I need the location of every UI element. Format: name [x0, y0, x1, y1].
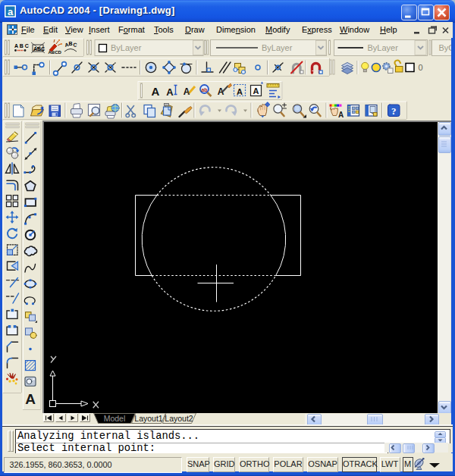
svg-text:Layout1: Layout1 — [134, 414, 163, 423]
svg-text:A: A — [237, 87, 243, 96]
svg-text:ByC: ByC — [439, 43, 452, 52]
svg-text:A B C: A B C — [14, 43, 29, 49]
svg-text:ByLayer: ByLayer — [111, 43, 142, 52]
svg-text:A: A — [338, 111, 344, 119]
svg-text:A: A — [152, 85, 160, 98]
svg-text:?: ? — [391, 105, 397, 117]
svg-text:Model: Model — [104, 414, 126, 423]
svg-text:A: A — [166, 86, 174, 98]
svg-text:0: 0 — [419, 63, 423, 72]
svg-text:B: B — [69, 41, 73, 46]
svg-text:C: C — [73, 42, 77, 48]
svg-text:ab: ab — [201, 87, 207, 92]
svg-text:ABC: ABC — [33, 46, 45, 52]
svg-text:A: A — [25, 391, 36, 407]
svg-text:a: a — [8, 6, 14, 17]
svg-text:Layout2: Layout2 — [165, 414, 193, 423]
svg-text:ByLayer: ByLayer — [368, 43, 399, 52]
svg-text:ByLayer: ByLayer — [262, 43, 293, 52]
svg-text:A: A — [253, 86, 259, 96]
